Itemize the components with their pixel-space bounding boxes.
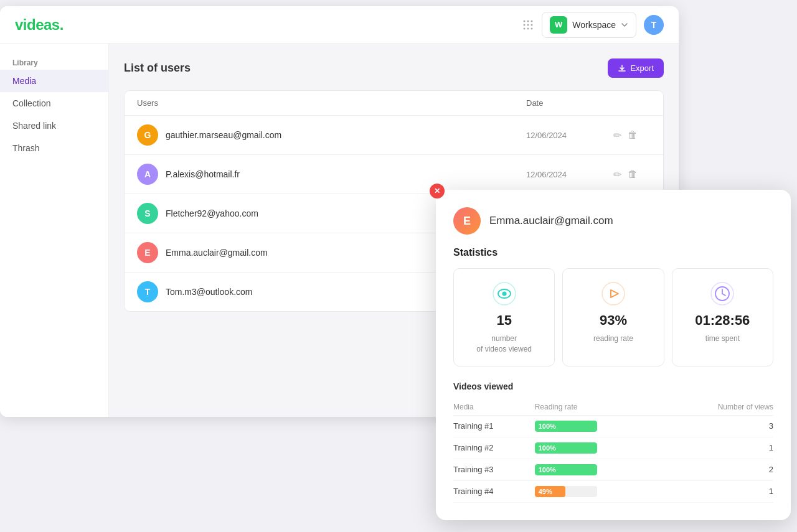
workspace-avatar: W: [550, 16, 567, 34]
sidebar-item-thrash[interactable]: Thrash: [0, 137, 108, 159]
video-reading-rate: 100%: [535, 459, 661, 480]
sidebar-section-library: Library: [0, 54, 108, 70]
stats-card-views: 15 numberof videos viewed: [453, 268, 555, 366]
clock-icon: [709, 280, 736, 307]
svg-point-3: [524, 24, 526, 26]
table-row[interactable]: A P.alexis@hotmail.fr 12/06/2024 ✏ 🗑: [125, 155, 663, 194]
workspace-label: Workspace: [572, 20, 616, 30]
svg-point-6: [524, 27, 526, 29]
progress-bar-label: 100%: [535, 466, 556, 474]
video-views-count: 2: [661, 459, 773, 480]
sidebar-item-shared-link[interactable]: Shared link: [0, 114, 108, 137]
progress-bar-label: 49%: [535, 488, 552, 495]
video-table-row: Training #2 100% 1: [453, 437, 773, 459]
user-avatar[interactable]: T: [644, 15, 664, 35]
stats-section-title: Statistics: [453, 247, 773, 258]
video-reading-rate: 100%: [535, 415, 661, 437]
col-header-media: Media: [453, 399, 535, 416]
video-views-count: 3: [661, 415, 773, 437]
time-spent-label: time spent: [705, 334, 740, 344]
videos-table: Media Reading rate Number of views Train…: [453, 399, 773, 503]
svg-point-8: [531, 27, 533, 29]
col-header-views: Number of views: [661, 399, 773, 416]
row-date: 12/06/2024: [526, 170, 613, 179]
video-media-name: Training #4: [453, 480, 535, 502]
svg-point-1: [527, 20, 529, 22]
progress-bar-label: 100%: [535, 422, 556, 430]
row-actions: ✏ 🗑: [613, 129, 651, 141]
svg-marker-13: [611, 290, 618, 297]
play-icon: [600, 280, 627, 307]
video-media-name: Training #1: [453, 415, 535, 437]
user-initial-avatar: E: [137, 242, 158, 263]
delete-icon[interactable]: 🗑: [628, 129, 638, 141]
user-initial-avatar: T: [137, 281, 158, 302]
grid-icon[interactable]: [522, 19, 534, 31]
user-initial-avatar: G: [137, 124, 158, 146]
stats-card-time: 01:28:56 time spent: [672, 268, 773, 366]
stats-user-avatar: E: [453, 207, 481, 235]
svg-point-7: [527, 27, 529, 29]
user-initial-avatar: S: [137, 203, 158, 224]
edit-icon[interactable]: ✏: [613, 169, 621, 180]
stats-cards: 15 numberof videos viewed 93% reading ra…: [453, 268, 773, 366]
video-table-row: Training #3 100% 2: [453, 459, 773, 480]
user-email: P.alexis@hotmail.fr: [166, 169, 240, 179]
table-header: Users Date: [125, 91, 663, 116]
views-label: numberof videos viewed: [476, 334, 532, 355]
video-views-count: 1: [661, 480, 773, 502]
top-bar-right: W Workspace T: [522, 12, 664, 38]
user-email: gauthier.marseau@gmail.com: [166, 130, 281, 140]
user-cell: A P.alexis@hotmail.fr: [137, 164, 526, 185]
stats-user-header: E Emma.auclair@gmail.com: [453, 207, 773, 235]
progress-bar: 100%: [535, 442, 597, 454]
sidebar-item-collection[interactable]: Collection: [0, 92, 108, 114]
svg-point-0: [524, 20, 526, 22]
table-row[interactable]: G gauthier.marseau@gmail.com 12/06/2024 …: [125, 116, 663, 155]
svg-point-4: [527, 24, 529, 26]
svg-point-5: [531, 24, 533, 26]
chevron-down-icon: [621, 21, 628, 29]
close-button[interactable]: ✕: [430, 184, 445, 198]
svg-point-2: [531, 20, 533, 22]
video-reading-rate: 100%: [535, 437, 661, 459]
video-table-row: Training #1 100% 3: [453, 415, 773, 437]
video-views-count: 1: [661, 437, 773, 459]
progress-bar: 100%: [535, 421, 597, 432]
videos-section-title: Videos viewed: [453, 381, 773, 391]
video-media-name: Training #3: [453, 459, 535, 480]
col-header-reading-rate: Reading rate: [535, 399, 661, 416]
video-media-name: Training #2: [453, 437, 535, 459]
svg-point-12: [602, 282, 625, 305]
content-header: List of users Export: [124, 58, 664, 78]
user-email: Fletcher92@yahoo.com: [166, 208, 258, 218]
user-email: Emma.auclair@gmail.com: [166, 248, 268, 258]
progress-bar: 100%: [535, 464, 597, 475]
eye-icon: [491, 280, 518, 307]
workspace-button[interactable]: W Workspace: [542, 12, 636, 38]
videos-table-body: Training #1 100% 3 Training #2 100% 1 Tr…: [453, 415, 773, 502]
progress-bar-label: 100%: [535, 444, 556, 452]
reading-rate-label: reading rate: [593, 334, 633, 344]
stats-card-reading-rate: 93% reading rate: [562, 268, 664, 366]
user-initial-avatar: A: [137, 164, 158, 185]
progress-bar: 49%: [535, 486, 597, 497]
reading-rate-value: 93%: [600, 312, 627, 329]
svg-point-11: [502, 292, 506, 296]
time-spent-value: 01:28:56: [695, 312, 750, 329]
views-value: 15: [496, 312, 511, 329]
sidebar-item-media[interactable]: Media: [0, 70, 108, 92]
row-actions: ✏ 🗑: [613, 169, 651, 180]
top-bar: videas. W Workspace: [0, 6, 679, 44]
col-header-date: Date: [526, 98, 613, 108]
delete-icon[interactable]: 🗑: [628, 169, 638, 180]
row-date: 12/06/2024: [526, 131, 613, 140]
edit-icon[interactable]: ✏: [613, 129, 621, 141]
stats-user-email: Emma.auclair@gmail.com: [489, 215, 613, 227]
col-header-users: Users: [137, 98, 526, 108]
user-cell: G gauthier.marseau@gmail.com: [137, 124, 526, 146]
download-icon: [618, 64, 626, 73]
export-button[interactable]: Export: [608, 58, 664, 78]
video-reading-rate: 49%: [535, 480, 661, 502]
user-email: Tom.m3@outlook.com: [166, 287, 252, 297]
